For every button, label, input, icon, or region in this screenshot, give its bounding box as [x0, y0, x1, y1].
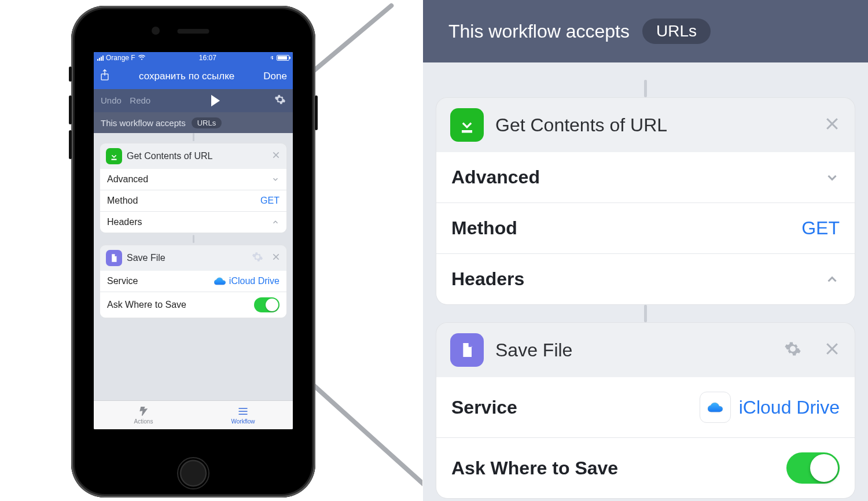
tab-actions[interactable]: Actions [94, 406, 193, 425]
headers-row[interactable]: Headers [436, 253, 855, 304]
workflow-accepts-bar-zoom[interactable]: This workflow accepts URLs [423, 0, 868, 62]
advanced-row[interactable]: Advanced [436, 152, 855, 202]
action-settings-button[interactable] [784, 340, 801, 360]
ask-where-to-save-row: Ask Where to Save [100, 292, 286, 318]
document-icon [450, 333, 484, 367]
ask-where-label: Ask Where to Save [451, 458, 618, 479]
battery-icon [277, 55, 289, 61]
download-icon [450, 108, 484, 142]
ask-where-toggle[interactable] [786, 452, 840, 484]
connector-line [644, 305, 647, 322]
zoom-panel: This workflow accepts URLs Get Contents … [422, 0, 868, 501]
settings-button[interactable] [274, 94, 286, 108]
advanced-label: Advanced [451, 167, 540, 188]
phone-screen: Orange F 16:07 сохранить по ссылке Done … [94, 52, 293, 429]
action-title: Get Contents of URL [127, 151, 267, 161]
tab-bar: Actions Workflow [94, 400, 293, 429]
ask-where-toggle[interactable] [254, 297, 279, 312]
accepts-label: This workflow accepts [101, 118, 186, 128]
chevron-up-icon [271, 218, 279, 226]
play-button[interactable] [211, 95, 220, 106]
workflow-canvas[interactable]: Get Contents of URL Advanced Method GET [94, 133, 293, 400]
icloud-icon [700, 392, 731, 423]
redo-button[interactable]: Redo [130, 95, 150, 105]
action-settings-button[interactable] [252, 251, 263, 265]
service-value: iCloud Drive [739, 397, 840, 418]
clock-label: 16:07 [199, 54, 216, 62]
tab-actions-label: Actions [134, 418, 153, 425]
headers-label: Headers [107, 217, 142, 227]
phone-speaker [178, 29, 209, 34]
action-card-save-file-zoom[interactable]: Save File Service iCloud Drive [436, 322, 855, 499]
remove-action-button[interactable] [271, 252, 281, 264]
undo-button[interactable]: Undo [101, 95, 122, 105]
tab-workflow-label: Workflow [231, 418, 255, 425]
advanced-label: Advanced [107, 174, 148, 185]
method-label: Method [107, 196, 138, 206]
remove-action-button[interactable] [823, 340, 841, 360]
accepts-type-chip: URLs [192, 117, 222, 128]
method-value: GET [260, 196, 279, 206]
action-card-get-contents-zoom[interactable]: Get Contents of URL Advanced Method GET … [436, 97, 855, 305]
workflow-title: сохранить по ссылке [139, 71, 234, 82]
method-row[interactable]: Method GET [436, 202, 855, 253]
service-label: Service [107, 276, 138, 286]
ask-where-to-save-row: Ask Where to Save [436, 437, 855, 498]
headers-label: Headers [451, 268, 524, 290]
bluetooth-icon [270, 54, 274, 61]
remove-action-button[interactable] [271, 150, 281, 162]
download-icon [106, 148, 122, 164]
service-label: Service [451, 397, 517, 418]
signal-icon [97, 55, 104, 61]
document-icon [106, 250, 122, 266]
headers-row[interactable]: Headers [100, 211, 286, 233]
action-title: Save File [495, 340, 773, 361]
svg-rect-3 [462, 130, 472, 133]
service-value: iCloud Drive [229, 276, 279, 286]
method-row[interactable]: Method GET [100, 190, 286, 211]
phone-frame: Orange F 16:07 сохранить по ссылке Done … [71, 6, 315, 498]
accepts-label: This workflow accepts [448, 21, 630, 42]
action-title: Get Contents of URL [495, 115, 812, 136]
done-button[interactable]: Done [263, 71, 287, 82]
connector-line [193, 133, 194, 141]
wifi-icon [138, 54, 146, 61]
method-value: GET [801, 218, 840, 239]
share-button[interactable] [100, 69, 110, 84]
workflow-accepts-bar[interactable]: This workflow accepts URLs [94, 112, 293, 133]
connector-line [644, 80, 647, 97]
service-row[interactable]: Service iCloud Drive [436, 377, 855, 437]
method-label: Method [451, 218, 517, 239]
chevron-up-icon [825, 272, 840, 287]
remove-action-button[interactable] [823, 115, 841, 135]
editor-toolbar: Undo Redo [94, 89, 293, 112]
tab-workflow[interactable]: Workflow [193, 406, 293, 425]
accepts-type-chip: URLs [642, 19, 711, 44]
nav-bar: сохранить по ссылке Done [94, 64, 293, 89]
connector-line [193, 235, 194, 243]
action-card-get-contents[interactable]: Get Contents of URL Advanced Method GET [100, 143, 287, 233]
service-row[interactable]: Service iCloud Drive [100, 271, 286, 292]
advanced-row[interactable]: Advanced [100, 169, 286, 190]
action-title: Save File [127, 253, 247, 263]
action-card-save-file[interactable]: Save File Service iCloud Drive [100, 245, 287, 318]
carrier-label: Orange F [106, 54, 135, 62]
chevron-down-icon [271, 175, 279, 183]
home-button[interactable] [177, 457, 209, 489]
icloud-icon [214, 277, 226, 285]
status-bar: Orange F 16:07 [94, 52, 293, 64]
ask-where-label: Ask Where to Save [107, 300, 186, 310]
phone-camera [152, 27, 160, 35]
svg-rect-1 [112, 159, 117, 160]
chevron-down-icon [825, 170, 840, 185]
